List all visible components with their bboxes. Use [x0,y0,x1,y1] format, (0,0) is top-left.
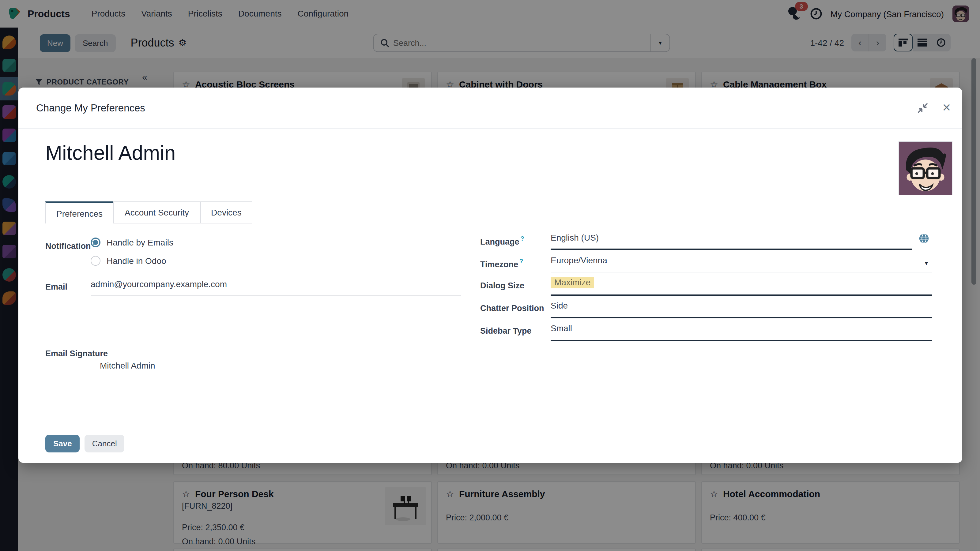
radio-label: Handle by Emails [107,238,173,247]
tab-preferences[interactable]: Preferences [45,202,114,224]
language-value[interactable]: English (US) [550,233,599,243]
preferences-modal: Change My Preferences ✕ Mitchell Admin [18,87,962,463]
save-button[interactable]: Save [45,435,80,453]
avatar-face-icon [899,142,952,195]
sidebar-type-field[interactable]: Small [550,322,932,341]
timezone-caret-icon[interactable]: ▼ [924,260,929,266]
modal-tabs: Preferences Account Security Devices [45,202,253,224]
globe-icon [919,233,929,244]
email-value[interactable]: admin@yourcompany.example.com [91,279,227,289]
email-signature-field[interactable]: -- Mitchell Admin [100,347,155,370]
language-globe-button[interactable] [919,233,929,246]
user-avatar-image[interactable] [899,141,953,195]
app-window: Products Products Variants Pricelists Do… [0,0,980,551]
modal-header: Change My Preferences ✕ [18,87,962,129]
email-signature-label: Email Signature [45,349,108,358]
cancel-button[interactable]: Cancel [85,435,124,453]
timezone-value[interactable]: Europe/Vienna [550,255,607,265]
compress-arrows-icon [917,102,929,114]
close-icon: ✕ [942,101,951,114]
notification-option-odoo[interactable]: Handle in Odoo [91,256,166,266]
timezone-field[interactable]: Europe/Vienna [550,255,932,272]
radio-selected[interactable] [91,238,100,247]
timezone-label: Timezone [480,260,518,269]
notification-label: Notification [45,241,91,251]
sidebar-type-value[interactable]: Small [550,323,572,333]
close-dialog-button[interactable]: ✕ [942,101,951,114]
language-help-icon[interactable]: ? [520,235,524,242]
language-field[interactable]: English (US) [550,232,912,250]
email-field[interactable]: admin@yourcompany.example.com [91,279,461,296]
timezone-label-wrap: Timezone? [480,258,523,270]
sidebar-type-label: Sidebar Type [480,326,531,335]
chatter-position-value[interactable]: Side [550,301,568,310]
dialog-size-label: Dialog Size [480,281,524,290]
notification-option-emails[interactable]: Handle by Emails [91,238,173,247]
tab-account-security[interactable]: Account Security [114,202,200,224]
tab-devices[interactable]: Devices [200,202,253,224]
chatter-position-field[interactable]: Side [550,300,932,318]
dialog-size-value[interactable]: Maximize [550,277,594,288]
email-label: Email [45,282,67,291]
user-name-heading: Mitchell Admin [45,141,176,165]
radio-unselected[interactable] [91,256,100,266]
signature-line-name: Mitchell Admin [100,360,155,370]
language-label-wrap: Language? [480,235,524,247]
collapse-dialog-button[interactable] [917,102,929,114]
timezone-help-icon[interactable]: ? [519,258,523,265]
language-label: Language [480,237,519,246]
notification-label-wrap: Notification? [45,240,96,251]
dialog-size-field[interactable]: Maximize [550,277,932,296]
signature-line-dashes: -- [100,347,155,357]
radio-label: Handle in Odoo [107,256,166,266]
chatter-position-label: Chatter Position [480,304,544,313]
modal-footer: Save Cancel [18,424,962,463]
modal-title: Change My Preferences [36,102,145,114]
